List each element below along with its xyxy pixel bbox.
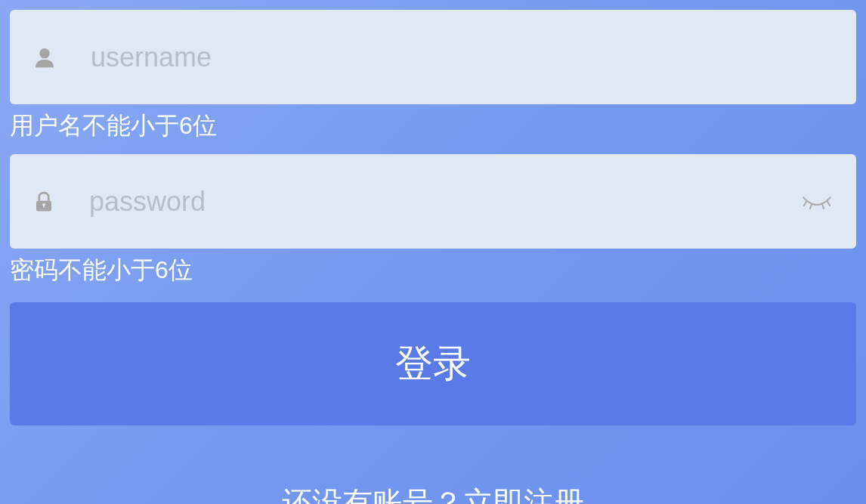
svg-line-7 bbox=[827, 202, 830, 206]
eye-closed-icon[interactable] bbox=[800, 191, 834, 212]
svg-line-6 bbox=[822, 204, 824, 209]
password-error: 密码不能小于6位 bbox=[10, 249, 856, 298]
register-prompt-wrapper: 还没有账号？立即注册 bbox=[10, 482, 856, 504]
password-input-wrapper bbox=[10, 154, 856, 249]
username-input-wrapper bbox=[10, 10, 856, 104]
svg-rect-3 bbox=[43, 204, 45, 207]
register-link[interactable]: 还没有账号？立即注册 bbox=[282, 486, 584, 504]
svg-point-0 bbox=[39, 48, 49, 58]
lock-icon bbox=[32, 188, 55, 215]
login-button[interactable]: 登录 bbox=[10, 302, 856, 425]
login-form: 用户名不能小于6位 密码不能小于6位 登录 还没有账号？立即注册 bbox=[10, 10, 856, 504]
username-error: 用户名不能小于6位 bbox=[10, 104, 856, 154]
svg-line-5 bbox=[810, 204, 812, 209]
svg-line-4 bbox=[804, 202, 806, 206]
username-input[interactable] bbox=[91, 42, 834, 73]
user-icon bbox=[32, 44, 57, 71]
password-input[interactable] bbox=[89, 186, 789, 218]
